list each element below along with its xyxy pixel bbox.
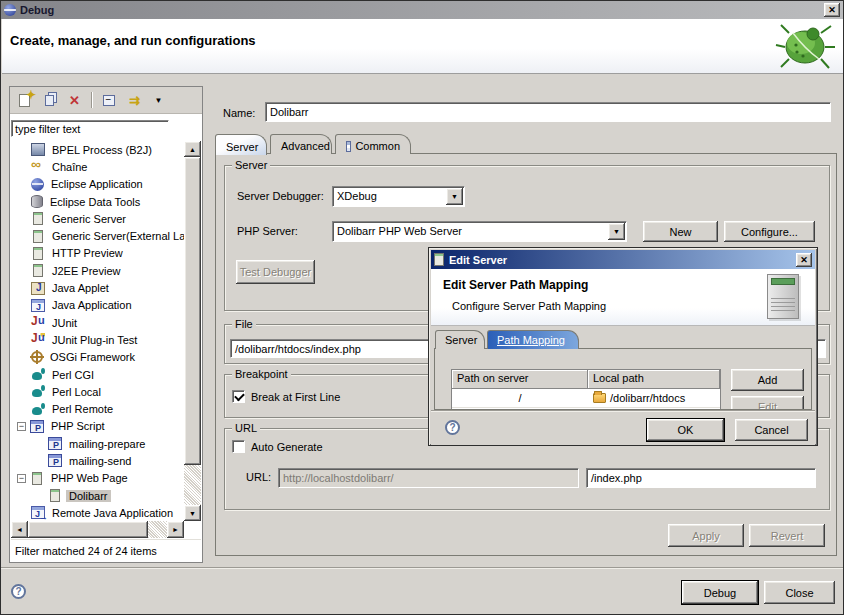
url-base-input: http://localhostdolibarr/ — [278, 468, 579, 488]
break-at-first-line-checkbox[interactable] — [232, 390, 245, 403]
configurations-panel: ✦ ✕ − ⇉ ▼ type filter text BPEL Process … — [9, 86, 203, 563]
tree-item-dolibarr[interactable]: Dolibarr — [11, 487, 184, 504]
filter-input[interactable]: type filter text — [11, 120, 169, 137]
collapse-toggle-icon[interactable]: − — [17, 422, 26, 431]
tree-item-label: Java Applet — [49, 282, 112, 294]
scroll-left-icon[interactable]: ◄ — [11, 521, 28, 538]
folder-icon — [593, 393, 606, 403]
tab-server-settings[interactable]: Server — [435, 330, 485, 349]
osgi-icon — [31, 351, 43, 363]
edit-server-bottom-bar: ? OK Cancel — [431, 410, 815, 445]
scroll-down-icon[interactable]: ▼ — [184, 505, 201, 521]
horizontal-scroll-thumb[interactable] — [28, 521, 148, 538]
tree-item-http-preview[interactable]: HTTP Preview — [11, 245, 184, 262]
banner-title: Create, manage, and run configurations — [10, 33, 256, 48]
tree-item-label: J2EE Preview — [49, 265, 123, 277]
server-icon — [33, 247, 43, 260]
toolbar-separator — [91, 92, 92, 108]
name-input[interactable]: Dolibarr — [265, 102, 831, 122]
url-path-input[interactable]: /index.php — [586, 468, 816, 488]
php-server-select[interactable]: Dolibarr PHP Web Server ▼ — [332, 221, 627, 242]
edit-server-close-button[interactable]: ✕ — [796, 253, 812, 267]
toolbar-menu-dropdown-icon[interactable]: ▼ — [150, 92, 167, 108]
ok-button[interactable]: OK — [647, 419, 724, 441]
edit-server-subheading: Configure Server Path Mapping — [452, 300, 606, 312]
eclipse-icon — [4, 4, 16, 16]
tree-item-j2ee-preview[interactable]: J2EE Preview — [11, 262, 184, 279]
banner: Create, manage, and run configurations — [2, 19, 843, 74]
tree-item-php-web-page[interactable]: −PHP Web Page — [11, 470, 184, 487]
tree-horizontal-scrollbar[interactable]: ◄ ► — [11, 521, 184, 538]
breakpoint-group-label: Breakpoint — [232, 368, 291, 380]
tree-item-junit-plug-in-test[interactable]: JUnit Plug-in Test — [11, 331, 184, 348]
tab-server[interactable]: Server — [215, 134, 267, 155]
column-local-path[interactable]: Local path — [588, 370, 720, 389]
server-debugger-label: Server Debugger: — [237, 190, 324, 202]
config-tabs: Server Advanced Common — [215, 134, 833, 154]
filter-configurations-icon[interactable]: ⇉ — [125, 92, 142, 108]
collapse-all-icon[interactable]: − — [100, 92, 117, 108]
new-server-button[interactable]: New — [643, 221, 718, 242]
chain-icon — [31, 160, 45, 173]
tree-item-label: Remote Java Application — [49, 507, 176, 519]
tab-advanced[interactable]: Advanced — [270, 134, 332, 154]
path-mapping-table[interactable]: Path on server Local path / /dolibarr/ht… — [451, 369, 721, 410]
tree-item-perl-cgi[interactable]: Perl CGI — [11, 366, 184, 383]
new-configuration-icon[interactable]: ✦ — [16, 92, 33, 108]
server-group-label: Server — [232, 159, 270, 171]
cancel-button[interactable]: Cancel — [735, 419, 808, 441]
edit-server-titlebar: Edit Server ✕ — [431, 250, 815, 269]
server-icon — [33, 264, 43, 277]
tree-item-perl-remote[interactable]: Perl Remote — [11, 400, 184, 417]
auto-generate-label: Auto Generate — [251, 441, 323, 453]
tab-path-mapping[interactable]: Path Mapping — [487, 330, 579, 349]
tree-item-remote-java-application[interactable]: Remote Java Application — [11, 504, 184, 521]
tree-item-eclipse-application[interactable]: Eclipse Application — [11, 176, 184, 193]
remote-java-icon — [31, 506, 45, 519]
tree-item-label: Perl Remote — [49, 403, 116, 415]
dialog-help-icon[interactable]: ? — [445, 420, 460, 435]
help-icon[interactable]: ? — [11, 584, 26, 599]
tree-item-mailing-prepare[interactable]: mailing-prepare — [11, 435, 184, 452]
delete-configuration-icon[interactable]: ✕ — [66, 92, 83, 108]
server-debugger-select[interactable]: XDebug ▼ — [332, 186, 465, 207]
window-close-button[interactable]: ✕ — [824, 3, 840, 17]
configure-server-button[interactable]: Configure... — [724, 221, 815, 242]
database-icon — [31, 195, 43, 208]
table-row[interactable]: / /dolibarr/htdocs — [452, 389, 720, 407]
server-icon — [32, 472, 42, 485]
tree-item-label: Dolibarr — [66, 490, 111, 502]
tree-item-label: Generic Server — [49, 213, 129, 225]
junit-icon — [31, 316, 45, 329]
column-path-on-server[interactable]: Path on server — [452, 370, 588, 389]
tree-item-mailing-send[interactable]: mailing-send — [11, 452, 184, 469]
debug-button[interactable]: Debug — [682, 581, 758, 604]
chevron-down-icon[interactable]: ▼ — [446, 188, 463, 205]
tree-item-cha-ne[interactable]: Chaîne — [11, 158, 184, 175]
perl-icon — [31, 403, 45, 416]
chevron-down-icon[interactable]: ▼ — [608, 223, 625, 240]
add-mapping-button[interactable]: Add — [731, 369, 804, 391]
tree-vertical-scrollbar[interactable]: ▲ ▼ — [184, 141, 201, 521]
tree-item-generic-server-external-la[interactable]: Generic Server(External La — [11, 227, 184, 244]
tree-item-osgi-framework[interactable]: OSGi Framework — [11, 349, 184, 366]
scroll-right-icon[interactable]: ► — [167, 521, 184, 538]
scroll-up-icon[interactable]: ▲ — [184, 141, 201, 157]
duplicate-configuration-icon[interactable] — [41, 92, 58, 108]
tree-item-perl-local[interactable]: Perl Local — [11, 383, 184, 400]
tree-item-java-application[interactable]: Java Application — [11, 297, 184, 314]
tree-item-generic-server[interactable]: Generic Server — [11, 210, 184, 227]
server-tower-icon — [767, 274, 799, 319]
tree-item-php-script[interactable]: −PHP Script — [11, 418, 184, 435]
url-group-label: URL — [232, 422, 260, 434]
auto-generate-checkbox[interactable] — [232, 440, 245, 453]
collapse-toggle-icon[interactable]: − — [17, 474, 26, 483]
tree-item-eclipse-data-tools[interactable]: Eclipse Data Tools — [11, 193, 184, 210]
vertical-scroll-thumb[interactable] — [184, 157, 201, 465]
tab-common[interactable]: Common — [335, 134, 411, 154]
tree-item-java-applet[interactable]: Java Applet — [11, 279, 184, 296]
tree-item-junit[interactable]: JUnit — [11, 314, 184, 331]
close-button[interactable]: Close — [764, 581, 835, 604]
apply-button: Apply — [668, 524, 744, 547]
tree-item-label: Eclipse Application — [48, 178, 146, 190]
